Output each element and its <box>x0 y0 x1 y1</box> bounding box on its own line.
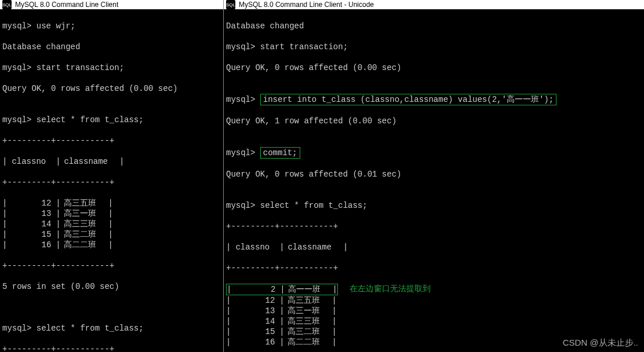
left-pane: SQL MySQL 8.0 Command Line Client mysql>… <box>0 0 224 352</box>
mysql-icon: SQL <box>2 0 12 9</box>
table-row: |12|高三五班| <box>226 295 642 306</box>
table-row: |15|高三二班| <box>2 229 221 240</box>
term-line: Database changed <box>226 21 642 31</box>
term-line: mysql> select * from t_class; <box>2 115 221 125</box>
annotation-note: 在左边窗口无法提取到 <box>350 284 431 295</box>
left-title: MySQL 8.0 Command Line Client <box>15 1 118 9</box>
table-header: |classno|classname| <box>2 156 221 167</box>
term-line: Query OK, 0 rows affected (0.00 sec) <box>2 83 221 94</box>
table-hline: +---------+-----------+ <box>2 261 221 271</box>
commit-statement: commit; <box>260 147 300 159</box>
commit-line: mysql> commit; <box>226 147 642 159</box>
right-pane: SQL MySQL 8.0 Command Line Client - Unic… <box>224 0 644 352</box>
table-row: |15|高三二班| <box>226 327 642 337</box>
table-hline: +---------+-----------+ <box>226 263 642 273</box>
csdn-watermark: CSDN @从未止步.. <box>563 338 638 349</box>
left-titlebar[interactable]: SQL MySQL 8.0 Command Line Client <box>0 0 223 9</box>
right-titlebar[interactable]: SQL MySQL 8.0 Command Line Client - Unic… <box>224 0 644 9</box>
term-line: mysql> start transaction; <box>226 42 642 52</box>
table-body: |12|高三五班||13|高三一班||14|高三三班||15|高三二班||16|… <box>2 198 221 250</box>
term-line: Query OK, 0 rows affected (0.01 sec) <box>226 169 642 179</box>
right-terminal[interactable]: Database changed mysql> start transactio… <box>224 9 644 352</box>
table-row: |14|高三三班| <box>2 219 221 229</box>
mysql-icon: SQL <box>226 0 235 9</box>
table-hline: +---------+-----------+ <box>2 344 221 352</box>
term-line: Query OK, 1 row affected (0.00 sec) <box>226 116 642 126</box>
table-row: |13|高三一班| <box>2 208 221 219</box>
table-row: |14|高三三班| <box>226 316 642 327</box>
table-row: |16|高二二班| <box>2 240 221 250</box>
table-row: |2|高一一班|在左边窗口无法提取到 <box>226 284 642 295</box>
insert-line: mysql> insert into t_class (classno,clas… <box>226 94 642 105</box>
term-line: mysql> select * from t_class; <box>226 200 642 211</box>
rows-in-set: 5 rows in set (0.00 sec) <box>2 281 221 292</box>
term-line: mysql> start transaction; <box>2 63 221 73</box>
table-row: |12|高三五班| <box>2 198 221 208</box>
insert-statement: insert into t_class (classno,classname) … <box>260 94 556 105</box>
right-title: MySQL 8.0 Command Line Client - Unicode <box>239 1 374 9</box>
table-hline: +---------+-----------+ <box>2 135 221 146</box>
table-hline: +---------+-----------+ <box>226 221 642 232</box>
table-header: |classno|classname| <box>226 242 642 252</box>
left-terminal[interactable]: mysql> use wjr; Database changed mysql> … <box>0 9 223 352</box>
table-hline: +---------+-----------+ <box>2 177 221 188</box>
blank-line <box>2 302 221 313</box>
term-line: mysql> select * from t_class; <box>2 323 221 333</box>
table-row: |13|高三一班| <box>226 306 642 316</box>
term-line: Query OK, 0 rows affected (0.00 sec) <box>226 63 642 73</box>
term-line: Database changed <box>2 42 221 52</box>
term-line: mysql> use wjr; <box>2 21 221 31</box>
